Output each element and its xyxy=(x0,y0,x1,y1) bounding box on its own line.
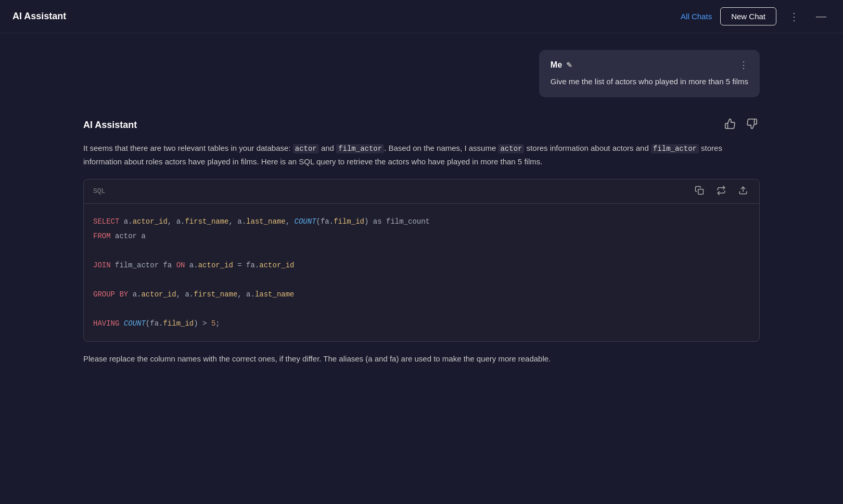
inline-code-actor-2: actor xyxy=(498,144,524,153)
svg-rect-0 xyxy=(698,189,704,195)
code-line-empty3 xyxy=(93,302,750,316)
wrap-icon xyxy=(717,186,726,195)
all-chats-link[interactable]: All Chats xyxy=(681,12,712,21)
minimize-button[interactable]: — xyxy=(812,8,831,24)
ai-response-intro: It seems that there are two relevant tab… xyxy=(83,141,760,169)
main-content: Me ✎ ⋮ Give me the list of actors who pl… xyxy=(62,33,781,398)
export-code-button[interactable] xyxy=(736,185,750,198)
code-block: SQL xyxy=(83,179,760,342)
copy-code-button[interactable] xyxy=(693,185,706,198)
more-options-icon: ⋮ xyxy=(789,10,799,23)
user-message-bubble: Me ✎ ⋮ Give me the list of actors who pl… xyxy=(539,50,760,97)
thumbs-down-button[interactable] xyxy=(744,116,760,134)
ai-response-footer: Please replace the column names with the… xyxy=(83,352,760,366)
inline-code-film-actor-2: film_actor xyxy=(651,144,699,153)
minimize-icon: — xyxy=(816,10,826,22)
ai-response-header: AI Assistant xyxy=(83,116,760,134)
wrap-code-button[interactable] xyxy=(714,185,728,198)
header-right: All Chats New Chat ⋮ — xyxy=(681,7,831,25)
code-block-lang: SQL xyxy=(93,187,105,195)
copy-icon xyxy=(695,186,704,195)
new-chat-button[interactable]: New Chat xyxy=(720,7,776,25)
code-block-header: SQL xyxy=(84,179,759,204)
thumbs-up-icon xyxy=(724,118,736,130)
code-line-empty2 xyxy=(93,273,750,287)
header-left: AI Assistant xyxy=(12,11,66,22)
ai-response-sender: AI Assistant xyxy=(83,120,137,131)
feedback-icons xyxy=(722,116,760,134)
thumbs-up-button[interactable] xyxy=(722,116,738,134)
inline-code-actor: actor xyxy=(293,144,319,153)
code-block-body: SELECT a.actor_id, a.first_name, a.last_… xyxy=(84,204,759,341)
code-line-3: JOIN film_actor fa ON a.actor_id = fa.ac… xyxy=(93,258,750,273)
edit-icon[interactable]: ✎ xyxy=(566,61,572,69)
user-message-header: Me ✎ ⋮ xyxy=(551,59,748,71)
ai-response-wrapper: AI Assistant It seems that there are xyxy=(83,116,760,366)
code-line-empty xyxy=(93,243,750,258)
code-line-2: FROM actor a xyxy=(93,229,750,243)
thumbs-down-icon xyxy=(746,118,758,130)
code-line-1: SELECT a.actor_id, a.first_name, a.last_… xyxy=(93,214,750,229)
header: AI Assistant All Chats New Chat ⋮ — xyxy=(0,0,843,33)
user-message-text: Give me the list of actors who played in… xyxy=(551,76,748,88)
code-line-4: GROUP BY a.actor_id, a.first_name, a.las… xyxy=(93,287,750,302)
user-message-wrapper: Me ✎ ⋮ Give me the list of actors who pl… xyxy=(83,50,760,97)
app-title: AI Assistant xyxy=(12,11,66,22)
export-icon xyxy=(738,186,748,195)
more-options-button[interactable]: ⋮ xyxy=(785,8,803,25)
inline-code-film-actor: film_actor xyxy=(336,144,384,153)
code-line-5: HAVING COUNT(fa.film_id) > 5; xyxy=(93,316,750,331)
user-message-sender: Me ✎ xyxy=(551,60,572,70)
code-block-actions xyxy=(693,185,750,198)
user-message-options-icon[interactable]: ⋮ xyxy=(739,59,748,71)
